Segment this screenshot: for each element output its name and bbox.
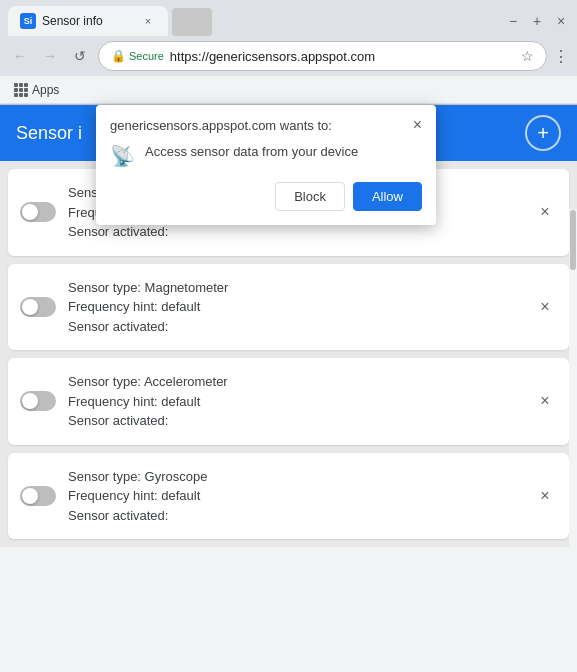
toggle-gyroscope[interactable] <box>20 486 56 506</box>
sensor-card-accelerometer: Sensor type: Accelerometer Frequency hin… <box>8 358 569 445</box>
sensor-frequency-line: Frequency hint: default <box>68 297 521 317</box>
sensor-type-line: Sensor type: Accelerometer <box>68 372 521 392</box>
sensor-frequency-line: Frequency hint: default <box>68 486 521 506</box>
popup-close-button[interactable]: × <box>413 117 422 133</box>
active-tab[interactable]: Si Sensor info × <box>8 6 168 36</box>
toggle-magnetometer[interactable] <box>20 297 56 317</box>
popup-message: Access sensor data from your device <box>145 143 358 161</box>
tab-strip: Si Sensor info × <box>8 6 497 36</box>
lock-icon: 🔒 <box>111 49 126 63</box>
sensor-info-magnetometer: Sensor type: Magnetometer Frequency hint… <box>68 278 521 337</box>
address-input[interactable]: 🔒 Secure https://genericsensors.appspot.… <box>98 41 547 71</box>
apps-label: Apps <box>32 83 59 97</box>
popup-header: genericsensors.appspot.com wants to: × <box>110 117 422 133</box>
add-sensor-button[interactable]: + <box>525 115 561 151</box>
toggle-knob <box>22 204 38 220</box>
remove-sensor-button[interactable]: × <box>533 295 557 319</box>
secure-label: Secure <box>129 50 164 62</box>
toggle-knob <box>22 299 38 315</box>
permission-popup: genericsensors.appspot.com wants to: × 📡… <box>96 105 436 225</box>
sensor-activated-line: Sensor activated: <box>68 411 521 431</box>
reload-button[interactable]: ↺ <box>68 44 92 68</box>
close-window-button[interactable]: × <box>553 13 569 29</box>
tab-label: Sensor info <box>42 14 134 28</box>
forward-button[interactable]: → <box>38 44 62 68</box>
bookmark-star-icon[interactable]: ☆ <box>521 48 534 64</box>
toggle-ambient-light[interactable] <box>20 202 56 222</box>
sensor-activated-line: Sensor activated: <box>68 317 521 337</box>
scrollbar-thumb[interactable] <box>570 210 576 270</box>
maximize-button[interactable]: + <box>529 13 545 29</box>
back-button[interactable]: ← <box>8 44 32 68</box>
remove-sensor-button[interactable]: × <box>533 389 557 413</box>
sensor-info-gyroscope: Sensor type: Gyroscope Frequency hint: d… <box>68 467 521 526</box>
popup-actions: Block Allow <box>110 182 422 211</box>
page-header-title: Sensor i <box>16 123 82 144</box>
window-controls: − + × <box>505 13 569 29</box>
secure-badge: 🔒 Secure <box>111 49 164 63</box>
minimize-button[interactable]: − <box>505 13 521 29</box>
sensor-activated-line: Sensor activated: <box>68 506 521 526</box>
bookmarks-bar: Apps <box>0 76 577 104</box>
apps-grid-icon <box>14 83 28 97</box>
toggle-knob <box>22 488 38 504</box>
sensor-card-gyroscope: Sensor type: Gyroscope Frequency hint: d… <box>8 453 569 540</box>
new-tab-area <box>172 8 212 36</box>
sensor-info-accelerometer: Sensor type: Accelerometer Frequency hin… <box>68 372 521 431</box>
remove-sensor-button[interactable]: × <box>533 200 557 224</box>
remove-sensor-button[interactable]: × <box>533 484 557 508</box>
toggle-knob <box>22 393 38 409</box>
title-bar: Si Sensor info × − + × <box>0 0 577 36</box>
tab-favicon: Si <box>20 13 36 29</box>
popup-body: 📡 Access sensor data from your device <box>110 143 422 168</box>
apps-button[interactable]: Apps <box>8 81 65 99</box>
address-bar: ← → ↺ 🔒 Secure https://genericsensors.ap… <box>0 36 577 76</box>
tab-close-button[interactable]: × <box>140 13 156 29</box>
sensor-type-line: Sensor type: Gyroscope <box>68 467 521 487</box>
popup-title: genericsensors.appspot.com wants to: <box>110 118 332 133</box>
page-content: genericsensors.appspot.com wants to: × 📡… <box>0 105 577 547</box>
browser-menu-button[interactable]: ⋮ <box>553 47 569 66</box>
block-button[interactable]: Block <box>275 182 345 211</box>
sensor-type-line: Sensor type: Magnetometer <box>68 278 521 298</box>
sensor-frequency-line: Frequency hint: default <box>68 392 521 412</box>
url-text: https://genericsensors.appspot.com <box>170 49 515 64</box>
allow-button[interactable]: Allow <box>353 182 422 211</box>
toggle-accelerometer[interactable] <box>20 391 56 411</box>
sensor-card-magnetometer: Sensor type: Magnetometer Frequency hint… <box>8 264 569 351</box>
sensor-icon: 📡 <box>110 144 135 168</box>
scrollbar[interactable] <box>569 209 577 672</box>
browser-chrome: Si Sensor info × − + × ← → ↺ 🔒 Secure <box>0 0 577 105</box>
